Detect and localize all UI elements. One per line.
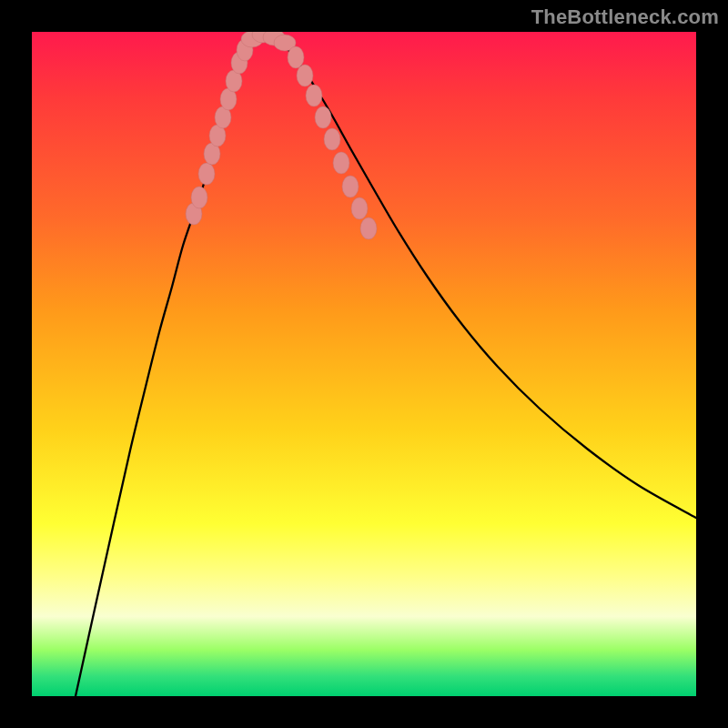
left-markers-point	[191, 187, 207, 208]
left-markers-point	[198, 163, 215, 185]
left-curve-line	[76, 35, 263, 696]
plot-area	[32, 32, 696, 696]
right-markers-point	[297, 65, 313, 86]
right-markers-point	[342, 176, 359, 197]
right-markers-point	[306, 85, 322, 106]
watermark-text: TheBottleneck.com	[531, 5, 719, 29]
right-markers-point	[324, 128, 340, 150]
markers-group	[186, 32, 377, 239]
right-markers-point	[288, 46, 304, 68]
right-markers-point	[351, 197, 368, 219]
right-markers-point	[360, 217, 377, 239]
right-curve-line	[263, 35, 696, 518]
chart-svg	[32, 32, 696, 696]
right-markers-point	[333, 152, 349, 174]
chart-frame: TheBottleneck.com	[0, 0, 728, 728]
right-markers-point	[315, 106, 331, 128]
